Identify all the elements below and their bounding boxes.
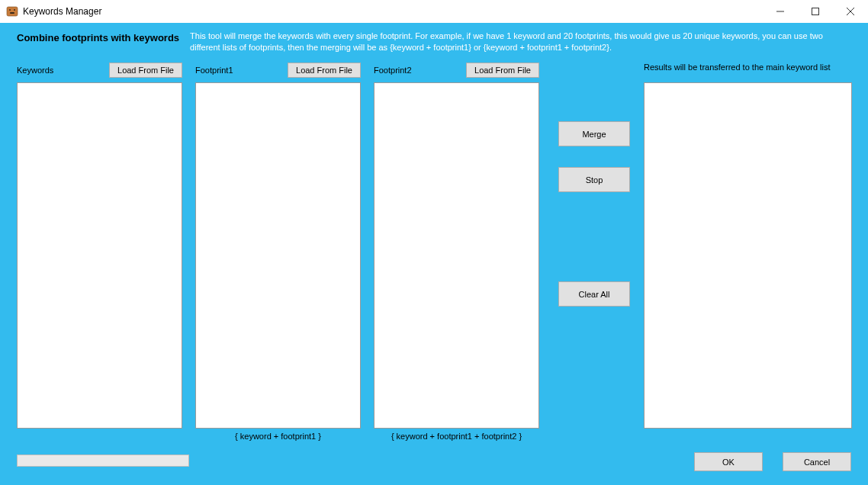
- bottom-buttons: OK Cancel: [694, 452, 851, 471]
- minimize-button[interactable]: [763, 0, 798, 23]
- cancel-button[interactable]: Cancel: [783, 452, 851, 471]
- footprint1-header: Footprint1 Load From File: [195, 61, 361, 79]
- page-description: This tool will merge the keywords with e…: [190, 31, 851, 53]
- results-output[interactable]: [644, 82, 852, 429]
- keywords-input[interactable]: [17, 82, 182, 429]
- footprint1-subcaption: { keyword + footprint1 }: [195, 432, 361, 441]
- merge-button[interactable]: Merge: [558, 121, 630, 146]
- keywords-header: Keywords Load From File: [17, 61, 182, 79]
- window-controls: [763, 0, 868, 23]
- keywords-column: Keywords Load From File: [17, 82, 182, 432]
- actions-column: Merge Stop Clear All: [558, 121, 630, 307]
- footprint2-load-button[interactable]: Load From File: [466, 63, 539, 78]
- stop-button[interactable]: Stop: [558, 167, 630, 192]
- svg-point-2: [14, 9, 15, 11]
- content-area: Combine footprints with keywords This to…: [0, 23, 868, 485]
- ok-button[interactable]: OK: [694, 452, 763, 471]
- svg-rect-0: [7, 7, 18, 16]
- footprint2-label: Footprint2: [374, 66, 412, 75]
- app-icon: [6, 5, 18, 18]
- footprint1-load-button[interactable]: Load From File: [288, 63, 361, 78]
- footprint2-input[interactable]: [374, 82, 539, 429]
- clear-all-button[interactable]: Clear All: [558, 281, 630, 307]
- maximize-button[interactable]: [798, 0, 833, 23]
- footprint1-input[interactable]: [195, 82, 361, 429]
- footprint2-header: Footprint2 Load From File: [374, 61, 539, 79]
- window-title: Keywords Manager: [23, 6, 101, 17]
- svg-point-1: [9, 9, 11, 11]
- results-label: Results will be transferred to the main …: [644, 63, 831, 72]
- footprint1-column: Footprint1 Load From File { keyword + fo…: [195, 82, 361, 432]
- footprint1-label: Footprint1: [195, 66, 233, 75]
- footprint2-subcaption: { keyword + footprint1 + footprint2 }: [374, 432, 539, 441]
- svg-rect-5: [812, 8, 819, 15]
- footprint2-column: Footprint2 Load From File { keyword + fo…: [374, 82, 539, 432]
- keywords-label: Keywords: [17, 66, 53, 75]
- progress-bar: [17, 454, 189, 467]
- page-title: Combine footprints with keywords: [17, 31, 190, 43]
- columns-area: Keywords Load From File Footprint1 Load …: [17, 82, 851, 441]
- close-button[interactable]: [833, 0, 868, 23]
- keywords-load-button[interactable]: Load From File: [109, 63, 182, 78]
- titlebar: Keywords Manager: [0, 0, 868, 23]
- svg-rect-3: [10, 12, 14, 14]
- results-column: Results will be transferred to the main …: [644, 82, 852, 432]
- header: Combine footprints with keywords This to…: [0, 23, 868, 58]
